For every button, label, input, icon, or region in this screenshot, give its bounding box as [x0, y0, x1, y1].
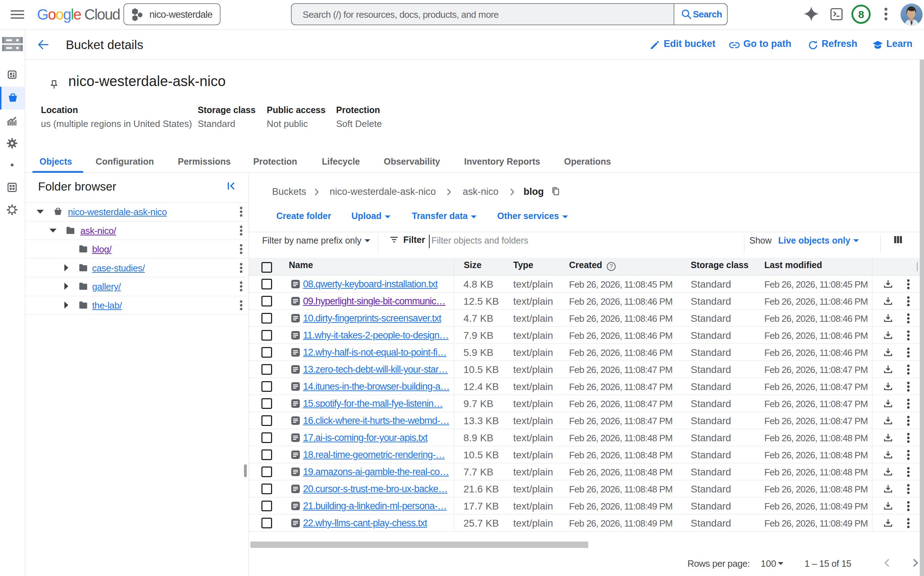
svg-text:?: ? — [610, 263, 613, 270]
